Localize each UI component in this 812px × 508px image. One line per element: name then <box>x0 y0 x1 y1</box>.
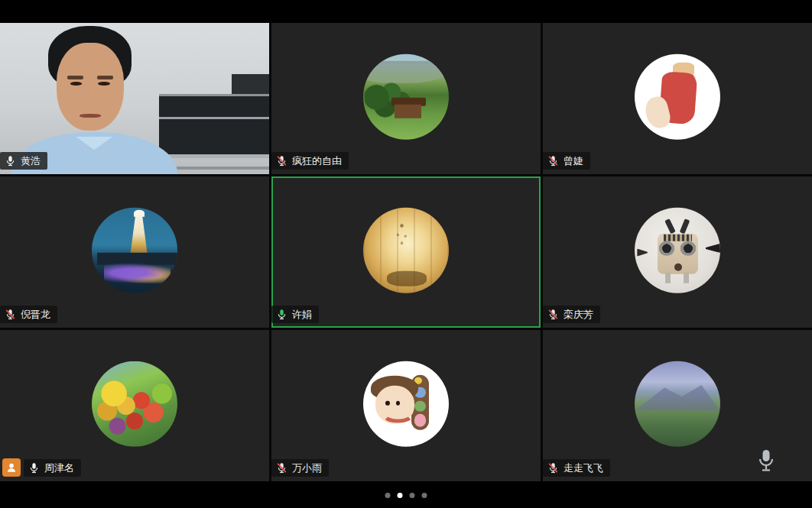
avatar <box>635 361 720 447</box>
participant-tile-zengjie[interactable]: 曾婕 <box>543 23 812 174</box>
participant-name: 曾婕 <box>564 155 583 167</box>
participant-name: 走走飞飞 <box>564 462 603 474</box>
avatar <box>635 208 720 293</box>
name-label: 栾庆芳 <box>543 306 600 323</box>
meeting-window: 黄浩 疯狂的自由 <box>0 0 812 508</box>
mic-muted-icon <box>547 309 559 320</box>
mic-on-icon <box>5 155 16 167</box>
name-label: 周津名 <box>24 459 81 477</box>
mic-muted-icon <box>5 309 16 320</box>
mic-speaking-icon <box>276 309 287 320</box>
mic-muted-icon <box>276 462 287 474</box>
participant-tile-luanqingfang[interactable]: 栾庆芳 <box>543 176 812 328</box>
page-dot-3[interactable] <box>410 493 415 498</box>
page-indicator[interactable] <box>385 493 427 498</box>
microphone-control-icon[interactable] <box>757 448 775 474</box>
avatar <box>92 208 177 293</box>
participant-tile-xujuan-active-speaker[interactable]: 许娟 <box>271 176 541 328</box>
participant-tile-wanxiaoyu[interactable]: 万小雨 <box>271 330 541 481</box>
participant-name: 栾庆芳 <box>564 309 593 320</box>
participant-tile-nijinlong[interactable]: 倪晋龙 <box>0 176 269 328</box>
page-dot-2-active[interactable] <box>398 493 403 498</box>
participant-status-badge <box>2 458 21 477</box>
participant-name: 万小雨 <box>292 462 322 474</box>
participant-name: 许娟 <box>292 309 312 320</box>
name-label: 万小雨 <box>271 459 329 477</box>
name-label: 许娟 <box>271 306 319 323</box>
avatar <box>92 361 177 447</box>
participant-tile-zhoujinming[interactable]: 周津名 <box>0 330 269 481</box>
name-label: 曾婕 <box>543 152 590 170</box>
page-dot-1[interactable] <box>385 493 391 498</box>
mic-muted-icon <box>276 155 287 167</box>
mic-muted-icon <box>547 462 559 474</box>
name-label: 倪晋龙 <box>0 306 57 323</box>
video-grid: 黄浩 疯狂的自由 <box>0 23 812 481</box>
page-dot-4[interactable] <box>422 493 427 498</box>
name-label: 黄浩 <box>0 152 47 170</box>
participant-tile-huanghao[interactable]: 黄浩 <box>0 23 269 174</box>
avatar <box>363 361 449 447</box>
participant-tile-fengkuangdeziyou[interactable]: 疯狂的自由 <box>271 23 541 174</box>
avatar <box>635 54 720 140</box>
name-label: 走走飞飞 <box>543 459 610 477</box>
participant-name: 疯狂的自由 <box>292 155 342 167</box>
participant-tile-zouzoufeifei[interactable]: 走走飞飞 <box>543 330 812 481</box>
name-label: 疯狂的自由 <box>271 152 349 170</box>
avatar <box>363 54 449 140</box>
mic-on-icon <box>28 462 40 474</box>
participant-name: 黄浩 <box>21 155 41 167</box>
mic-muted-icon <box>547 155 559 167</box>
participant-name: 倪晋龙 <box>21 309 50 320</box>
avatar <box>363 208 449 293</box>
participant-name: 周津名 <box>44 462 74 474</box>
